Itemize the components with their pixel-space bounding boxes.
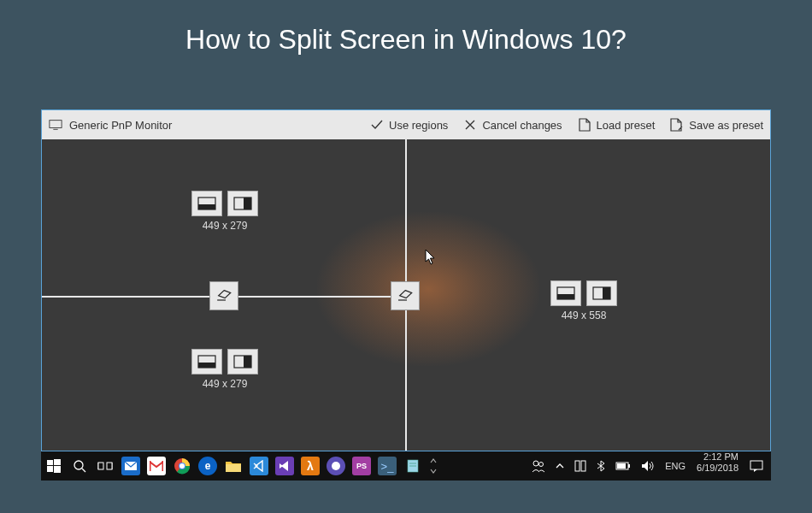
taskbar-app-terminal[interactable]: >_ xyxy=(374,451,400,481)
search-button[interactable] xyxy=(67,451,92,481)
svg-rect-22 xyxy=(98,463,103,469)
chevron-up-icon xyxy=(556,463,564,469)
bluetooth-icon xyxy=(597,460,605,472)
search-icon xyxy=(73,459,86,473)
taskbar-app-lambda[interactable]: λ xyxy=(297,451,323,481)
notes-icon xyxy=(403,457,422,475)
windows-icon xyxy=(47,459,61,473)
svg-rect-41 xyxy=(628,464,630,468)
region-size-label: 449 x 279 xyxy=(203,220,248,232)
close-icon xyxy=(463,118,477,132)
tray-bluetooth[interactable] xyxy=(592,451,609,481)
taskbar-app-edge[interactable]: e xyxy=(195,451,221,481)
chrome-icon xyxy=(173,457,191,475)
eraser-icon xyxy=(215,289,232,303)
load-preset-label: Load preset xyxy=(597,119,656,132)
tray-language[interactable]: ENG xyxy=(661,451,690,481)
app-toolbar: Generic PnP Monitor Use regions Cancel c… xyxy=(42,110,770,139)
svg-rect-18 xyxy=(47,466,53,472)
svg-rect-15 xyxy=(603,287,610,299)
svg-rect-38 xyxy=(575,461,580,471)
clock-date: 6/19/2018 xyxy=(697,463,738,474)
taskbar-app-notes[interactable] xyxy=(400,451,426,481)
edge-icon: e xyxy=(198,457,217,475)
split-vertical-icon xyxy=(233,197,252,210)
tray-action-center[interactable] xyxy=(745,451,768,481)
region-controls-right: 449 x 558 xyxy=(550,280,617,321)
load-preset-button[interactable]: Load preset xyxy=(578,118,656,132)
use-regions-label: Use regions xyxy=(389,119,448,132)
taskbar-app-gmail[interactable] xyxy=(144,451,169,481)
svg-rect-19 xyxy=(54,466,61,473)
split-vertical-icon xyxy=(592,286,611,300)
split-horizontal-button[interactable] xyxy=(550,280,581,306)
svg-rect-43 xyxy=(750,461,762,469)
taskbar-app-insomnia[interactable] xyxy=(323,451,349,481)
taskbar-app-mail[interactable] xyxy=(118,451,144,481)
save-preset-button[interactable]: Save as preset xyxy=(670,118,763,132)
taskbar-app-explorer[interactable] xyxy=(221,451,246,481)
region-size-label: 449 x 558 xyxy=(562,310,607,321)
region-controls-top-left: 449 x 279 xyxy=(191,191,258,232)
eraser-handle-left[interactable] xyxy=(209,281,238,310)
wallpaper-glow xyxy=(317,212,539,366)
svg-point-31 xyxy=(179,463,185,469)
taskbar-app-vscode[interactable] xyxy=(246,451,272,481)
taskbar-app-chrome[interactable] xyxy=(169,451,195,481)
tray-volume[interactable] xyxy=(637,451,659,481)
vscode-icon xyxy=(250,457,268,475)
scroll-arrows-icon xyxy=(429,457,438,475)
use-regions-button[interactable]: Use regions xyxy=(370,118,448,132)
svg-rect-23 xyxy=(107,463,112,469)
region-size-label: 449 x 279 xyxy=(203,378,248,390)
svg-rect-13 xyxy=(557,294,574,299)
save-preset-label: Save as preset xyxy=(689,119,763,132)
svg-rect-42 xyxy=(617,463,626,469)
language-label: ENG xyxy=(665,461,685,471)
svg-rect-9 xyxy=(198,363,215,368)
svg-point-37 xyxy=(539,463,544,467)
monitor-label: Generic PnP Monitor xyxy=(69,119,172,132)
taskbar-app-vs[interactable] xyxy=(272,451,297,481)
svg-point-36 xyxy=(533,461,538,466)
region-controls-bottom-left: 449 x 279 xyxy=(191,349,258,390)
battery-icon xyxy=(615,462,631,470)
region-canvas[interactable]: 449 x 279 449 x 279 xyxy=(42,139,770,451)
taskbar-app-phpstorm[interactable]: PS xyxy=(349,451,374,481)
terminal-icon: >_ xyxy=(378,457,397,475)
volume-icon xyxy=(641,460,655,472)
eraser-handle-center[interactable] xyxy=(391,281,420,310)
split-horizontal-icon xyxy=(197,197,216,210)
mouse-cursor xyxy=(425,249,437,266)
folder-icon xyxy=(224,457,243,475)
tray-people[interactable] xyxy=(527,451,550,481)
tray-overflow[interactable] xyxy=(551,451,568,481)
start-button[interactable] xyxy=(41,451,67,481)
split-vertical-button[interactable] xyxy=(227,191,258,216)
phpstorm-icon: PS xyxy=(352,457,371,475)
task-view-icon xyxy=(97,460,113,472)
taskbar-scroll[interactable] xyxy=(426,451,441,481)
mail-icon xyxy=(121,457,140,475)
cancel-changes-button[interactable]: Cancel changes xyxy=(463,118,562,132)
split-horizontal-button[interactable] xyxy=(191,191,222,216)
svg-line-21 xyxy=(82,469,85,472)
tray-battery[interactable] xyxy=(611,451,635,481)
save-icon xyxy=(670,118,684,132)
split-vertical-icon xyxy=(233,355,252,369)
split-horizontal-button[interactable] xyxy=(191,349,222,374)
people-icon xyxy=(532,459,545,473)
svg-rect-0 xyxy=(50,121,62,128)
task-view-button[interactable] xyxy=(92,451,118,481)
split-vertical-button[interactable] xyxy=(227,349,258,374)
monitor-icon xyxy=(49,118,62,132)
action-center-icon xyxy=(750,460,763,472)
tray-clock[interactable]: 2:12 PM 6/19/2018 xyxy=(691,451,744,481)
tray-app-1[interactable] xyxy=(570,451,591,481)
tray-icon xyxy=(574,460,586,472)
split-vertical-button[interactable] xyxy=(586,280,617,306)
split-horizontal-icon xyxy=(556,286,575,300)
clock-time: 2:12 PM xyxy=(703,451,738,463)
svg-rect-32 xyxy=(226,464,241,472)
gmail-icon xyxy=(147,457,166,475)
